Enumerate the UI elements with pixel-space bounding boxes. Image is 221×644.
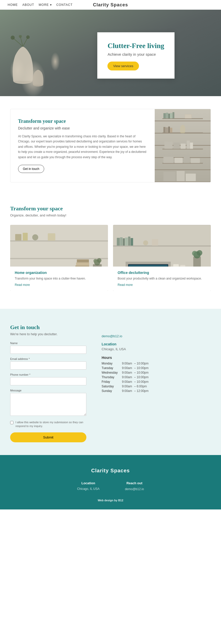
hours-label: Hours [102,355,151,361]
svg-rect-51 [77,259,89,262]
svg-rect-15 [185,115,192,118]
shelf-items [155,109,211,182]
contact-form-wrapper: Get in touch We're here to help you decl… [10,324,86,442]
site-title: Clarity Spaces [93,2,128,8]
home-org-description: Transform your living space into a clutt… [15,276,103,281]
message-textarea[interactable] [10,393,86,416]
svg-point-55 [97,258,102,263]
svg-rect-26 [187,141,190,149]
hero-section: Clutter-Free living Achieve clarity in y… [0,10,221,96]
svg-rect-24 [173,143,180,149]
svg-rect-12 [170,113,172,119]
contact-subheading: We're here to help you declutter. [10,332,86,336]
svg-rect-30 [175,158,183,163]
services-heading: Transform your space [10,205,211,212]
nav-more[interactable]: MORE ▾ [39,3,52,7]
view-services-button[interactable]: View services [107,62,139,70]
svg-rect-60 [120,237,123,246]
svg-rect-42 [48,233,55,241]
services-section: Transform your space Organize, declutter… [0,195,221,299]
footer-title: Clarity Spaces [10,468,211,474]
office-declutter-overlay: Office decluttering Boost your productiv… [113,267,211,291]
checkbox-row: I allow this website to store my submiss… [10,420,86,428]
transform-image [155,109,211,182]
transform-body: At Clarity Spaces, we specialize in tran… [18,134,147,160]
email-label: Email address * [10,357,86,360]
footer-credit: Web design by B12 [98,499,123,502]
svg-point-65 [143,240,148,245]
footer-columns: Location Chicago, IL USA Reach out demo@… [10,481,211,491]
contact-heading: Get in touch [10,324,86,331]
name-label: Name [10,342,86,345]
contact-email: demo@b12.io [102,334,211,338]
svg-rect-9 [163,113,166,119]
phone-label: Phone number * [10,373,86,376]
contact-section: Get in touch We're here to help you decl… [0,309,221,455]
footer-location-value: Chicago, IL USA [77,487,99,491]
svg-rect-10 [166,113,168,118]
svg-rect-33 [163,172,176,181]
hours-wednesday: Wednesday9:00am– 10:00pm [102,370,151,375]
nav-home[interactable]: HOME [8,3,18,7]
consent-label: I allow this website to store my submiss… [15,420,86,428]
svg-rect-17 [163,127,165,133]
name-input[interactable] [10,346,86,354]
transform-section: Transform your space Declutter and organ… [10,109,211,182]
form-group-name: Name [10,342,86,354]
svg-rect-59 [117,238,120,246]
svg-rect-40 [23,233,28,241]
services-tagline: Organize, declutter, and refresh today! [10,213,211,217]
services-grid: Home organization Transform your living … [10,225,211,291]
transform-text: Transform your space Declutter and organ… [10,109,155,182]
hero-heading: Clutter-Free living [107,41,164,50]
contact-form: Name Email address * Phone number * Mess… [10,342,86,442]
nav-contact[interactable]: CONTACT [56,3,73,7]
nav-links: HOME ABOUT MORE ▾ CONTACT [8,3,73,7]
home-org-title: Home organization [15,271,103,275]
hero-vase-illustration [8,35,53,96]
hours-thursday: Thursday9:00am– 10:00pm [102,375,151,379]
svg-rect-64 [131,238,133,246]
svg-rect-35 [186,173,196,181]
consent-checkbox[interactable] [10,421,13,424]
contact-info: demo@b12.io Location Chicago, IL USA Hou… [102,324,211,442]
transform-subtitle: Declutter and organize with ease [18,126,147,130]
svg-rect-66 [152,239,158,246]
hours-saturday: Saturday9:00am– 6:00pm [102,384,151,389]
email-input[interactable] [10,361,86,370]
location-label: Location [102,342,211,346]
footer-bottom: Web design by B12 [10,499,211,502]
office-declutter-title: Office decluttering [118,271,206,275]
svg-point-7 [26,35,30,39]
submit-button[interactable]: Submit [10,432,86,442]
svg-rect-29 [163,157,173,163]
svg-point-5 [11,36,15,40]
transform-heading: Transform your space [18,118,147,124]
form-group-phone: Phone number * [10,373,86,385]
phone-input[interactable] [10,377,86,385]
office-declutter-description: Boost your productivity with a clean and… [118,276,206,281]
home-org-read-more[interactable]: Read more [15,283,30,287]
office-declutter-read-more[interactable]: Read more [118,283,133,287]
contact-inner: Get in touch We're here to help you decl… [10,324,211,442]
form-group-message: Message [10,389,86,417]
svg-rect-19 [168,127,170,133]
svg-point-6 [19,35,22,38]
svg-rect-13 [172,112,174,119]
nav-about[interactable]: ABOUT [22,3,34,7]
footer-reach-email[interactable]: demo@b12.io [125,487,144,491]
service-card-home: Home organization Transform your living … [10,225,108,291]
svg-rect-18 [166,127,168,133]
svg-rect-63 [128,237,130,246]
footer: Clarity Spaces Location Chicago, IL USA … [0,455,221,509]
svg-rect-61 [123,238,125,246]
svg-rect-38 [10,258,108,259]
hours-sunday: Sunday9:00am– 12:00pm [102,389,151,393]
hours-friday: Friday9:00am– 10:00pm [102,379,151,384]
hours-tuesday: Tuesday9:00am– 10:00pm [102,366,151,370]
svg-point-73 [197,250,202,256]
hours-monday: Monday9:00am– 10:00pm [102,361,151,366]
get-in-touch-button[interactable]: Get in touch [18,165,44,173]
svg-point-72 [192,251,197,256]
svg-rect-27 [190,143,193,149]
